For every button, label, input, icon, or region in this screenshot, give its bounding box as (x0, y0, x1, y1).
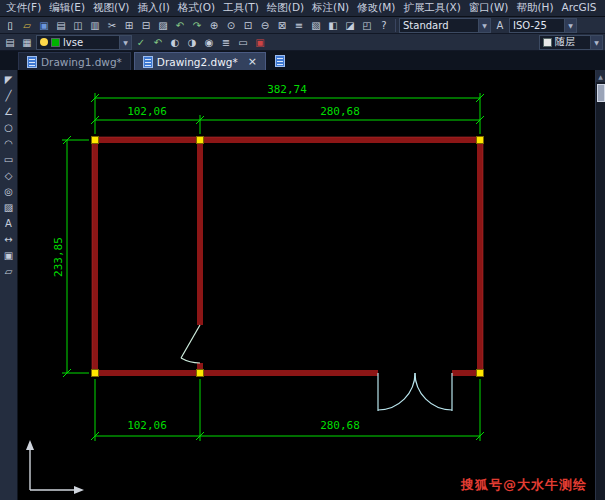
tab-bar: Drawing1.dwg* Drawing2.dwg* × (0, 51, 605, 70)
line-icon[interactable]: ╱ (1, 88, 17, 103)
watermark-text: 搜狐号@大水牛测绘 (461, 476, 587, 494)
color-dropdown[interactable]: 随层 ▼ (539, 35, 603, 50)
arc-icon[interactable]: ◠ (1, 136, 17, 151)
zoom-realtime-icon[interactable]: ⊙ (223, 18, 239, 33)
tab-label: Drawing2.dwg* (157, 56, 238, 68)
style-dropdown[interactable]: Standard ▼ (399, 18, 491, 33)
match-properties-icon[interactable]: ▨ (155, 18, 171, 33)
menu-arcgis[interactable]: ArcGIS (558, 0, 601, 16)
make-current-layer-icon[interactable]: ✓ (133, 35, 149, 50)
dim-left-room-width: 102,06 (127, 105, 167, 118)
menu-edit[interactable]: 编辑(E) (45, 0, 89, 16)
document-icon (143, 56, 153, 68)
undo-icon[interactable]: ↶ (172, 18, 188, 33)
selection-grips[interactable] (92, 137, 484, 377)
markup-icon[interactable]: ◪ (342, 18, 358, 33)
tab-drawing2[interactable]: Drawing2.dwg* × (134, 52, 266, 70)
plot-icon[interactable]: ▤ (53, 18, 69, 33)
linetype-icon[interactable]: ≣ (218, 35, 234, 50)
text-style-icon[interactable]: A (492, 18, 508, 33)
circle-icon[interactable]: ○ (1, 120, 17, 135)
polygon-icon[interactable]: ◇ (1, 168, 17, 183)
text-icon[interactable]: A (1, 216, 17, 231)
erase-icon[interactable]: ▱ (1, 264, 17, 279)
menu-help[interactable]: 帮助(H) (512, 0, 557, 16)
redo-icon[interactable]: ↷ (189, 18, 205, 33)
new-drawing-icon[interactable] (275, 55, 285, 67)
polyline-icon[interactable]: ∠ (1, 104, 17, 119)
dimension-text-group[interactable]: 382,74 102,06 280,68 233,85 102,06 280,6… (52, 83, 360, 432)
close-icon[interactable]: × (248, 55, 257, 68)
color-dropdown-value: 随层 (555, 35, 587, 49)
scrollbar-thumb[interactable] (597, 84, 605, 102)
help-icon[interactable]: ? (376, 18, 392, 33)
print-preview-icon[interactable]: ◫ (70, 18, 86, 33)
menu-tools[interactable]: 工具(T) (219, 0, 263, 16)
layer-on-off-icon[interactable]: ◐ (167, 35, 183, 50)
dim-height: 233,85 (52, 237, 65, 277)
properties-icon[interactable]: ≡ (291, 18, 307, 33)
tool-palettes-icon[interactable]: ◧ (325, 18, 341, 33)
wall-edges (92, 137, 483, 376)
copy-icon[interactable]: ⊞ (121, 18, 137, 33)
publish-icon[interactable]: ▥ (87, 18, 103, 33)
layer-previous-icon[interactable]: ↶ (150, 35, 166, 50)
block-icon[interactable]: ▣ (1, 248, 17, 263)
lineweight-icon[interactable]: ▭ (235, 35, 251, 50)
chevron-down-icon[interactable]: ▼ (119, 36, 131, 49)
layer-dropdown-value: lvse (63, 37, 116, 48)
scroll-up-icon[interactable]: ▲ (596, 70, 605, 82)
layer-states-icon[interactable]: ▦ (19, 35, 35, 50)
new-icon[interactable]: ▯ (2, 18, 18, 33)
cut-icon[interactable]: ✂ (104, 18, 120, 33)
layer-properties-icon[interactable]: ▤ (2, 35, 18, 50)
hatch-icon[interactable]: ▨ (1, 200, 17, 215)
save-icon[interactable]: ▣ (36, 18, 52, 33)
menu-view[interactable]: 视图(V) (89, 0, 133, 16)
menu-window[interactable]: 窗口(W) (465, 0, 513, 16)
ellipse-icon[interactable]: ◎ (1, 184, 17, 199)
menu-items: 文件(F) 编辑(E) 视图(V) 插入(I) 格式(O) 工具(T) 绘图(D… (2, 0, 600, 16)
double-door-symbol[interactable] (378, 373, 452, 411)
zoom-window-icon[interactable]: ⊡ (240, 18, 256, 33)
dim-total-width: 382,74 (267, 83, 307, 96)
dim-bottom-right-width: 280,68 (320, 419, 360, 432)
chevron-down-icon[interactable]: ▼ (478, 19, 490, 32)
layer-color-chip (51, 38, 60, 47)
design-center-icon[interactable]: ▧ (308, 18, 324, 33)
menu-format[interactable]: 格式(O) (174, 0, 219, 16)
menu-bar: 文件(F) 编辑(E) 视图(V) 插入(I) 格式(O) 工具(T) 绘图(D… (0, 0, 605, 17)
interior-door-symbol[interactable] (181, 325, 200, 363)
select-icon[interactable]: ◤ (1, 72, 17, 87)
menu-express[interactable]: 扩展工具(X) (399, 0, 464, 16)
menu-modify[interactable]: 修改(M) (353, 0, 399, 16)
layers-toolbar: ▤ ▦ lvse ▼ ✓ ↶ ◐ ◑ ◉ ≣ ▭ (0, 34, 605, 51)
chevron-down-icon[interactable]: ▼ (590, 36, 602, 49)
menu-draw[interactable]: 绘图(D) (263, 0, 308, 16)
walls-group[interactable] (95, 140, 480, 373)
layer-freeze-icon[interactable]: ◑ (184, 35, 200, 50)
paste-icon[interactable]: ⊟ (138, 18, 154, 33)
layer-dropdown[interactable]: lvse ▼ (36, 35, 132, 50)
menu-insert[interactable]: 插入(I) (133, 0, 173, 16)
drawing-viewport[interactable]: 382,74 102,06 280,68 233,85 102,06 280,6… (18, 70, 595, 500)
drawing-canvas[interactable]: 382,74 102,06 280,68 233,85 102,06 280,6… (18, 70, 595, 500)
zoom-previous-icon[interactable]: ⊖ (257, 18, 273, 33)
dimstyle-dropdown[interactable]: ISO-25 ▼ (509, 18, 577, 33)
dimensions-group[interactable] (62, 93, 484, 441)
pan-icon[interactable]: ⊕ (206, 18, 222, 33)
menu-file[interactable]: 文件(F) (2, 0, 45, 16)
rectangle-icon[interactable]: ▭ (1, 152, 17, 167)
dim-bottom-left-width: 102,06 (127, 419, 167, 432)
menu-dimension[interactable]: 标注(N) (308, 0, 353, 16)
layer-lock-icon[interactable]: ◉ (201, 35, 217, 50)
vertical-scrollbar[interactable]: ▲ (595, 70, 605, 500)
ucs-icon (26, 440, 84, 494)
zoom-extents-icon[interactable]: ⊠ (274, 18, 290, 33)
open-icon[interactable]: ▱ (19, 18, 35, 33)
tab-drawing1[interactable]: Drawing1.dwg* (18, 52, 131, 70)
color-control-icon[interactable]: ▣ (252, 35, 268, 50)
chevron-down-icon[interactable]: ▼ (564, 19, 576, 32)
dimension-icon[interactable]: ↔ (1, 232, 17, 247)
clean-screen-icon[interactable]: ◰ (359, 18, 375, 33)
